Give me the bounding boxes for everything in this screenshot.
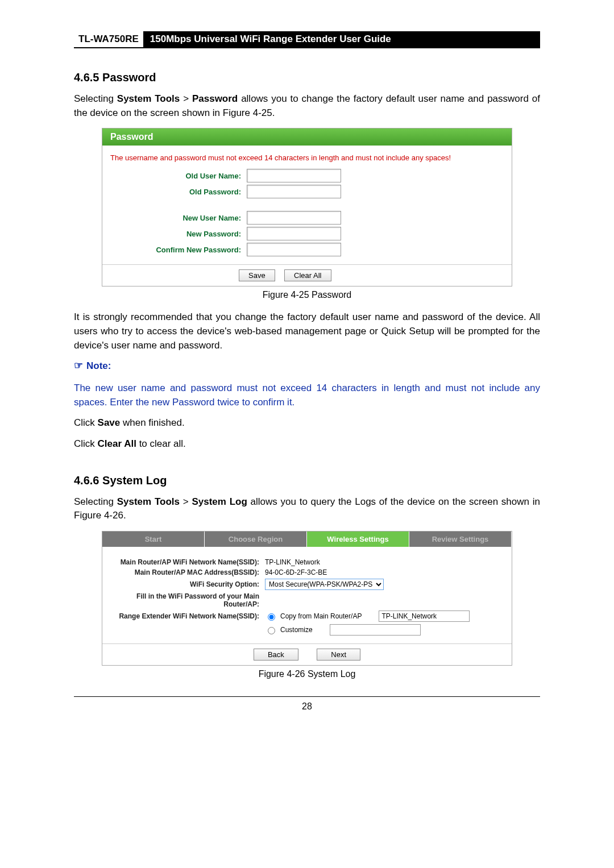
range-extender-ssid-input[interactable] — [379, 610, 470, 622]
radio-customize-label: Customize — [280, 626, 313, 634]
doc-title: 150Mbps Universal WiFi Range Extender Us… — [143, 31, 540, 47]
label-new-user: New User Name: — [110, 214, 247, 222]
text: when finished. — [120, 417, 184, 428]
label-wifi-password: Fill in the WiFi Password of your Main R… — [111, 592, 265, 608]
tab-review-settings[interactable]: Review Settings — [409, 531, 512, 547]
tab-choose-region[interactable]: Choose Region — [205, 531, 307, 547]
page-number: 28 — [74, 696, 540, 712]
label-range-extender-ssid: Range Extender WiFi Network Name(SSID): — [111, 612, 265, 620]
breadcrumb: System Tools — [117, 93, 180, 104]
text: Clear All — [98, 438, 136, 449]
tab-start[interactable]: Start — [102, 531, 205, 547]
text: Click — [74, 438, 98, 449]
label-bssid: Main Router/AP MAC Address(BSSID): — [111, 568, 265, 576]
value-main-ssid: TP-LINK_Network — [265, 558, 320, 566]
value-bssid: 94-0C-6D-2F-3C-BE — [265, 568, 327, 576]
breadcrumb: Password — [192, 93, 238, 104]
text: > — [180, 93, 192, 104]
security-option-select[interactable]: Most Secure(WPA-PSK/WPA2-PS — [265, 579, 384, 590]
old-pass-input[interactable] — [247, 185, 341, 198]
save-button[interactable]: Save — [239, 269, 275, 281]
radio-copy-label: Copy from Main Router/AP — [280, 612, 362, 620]
password-panel: Password The username and password must … — [102, 128, 512, 286]
syslog-intro: Selecting System Tools > System Log allo… — [74, 495, 540, 523]
doc-header: TL-WA750RE 150Mbps Universal WiFi Range … — [74, 31, 540, 48]
new-pass-input[interactable] — [247, 227, 341, 240]
password-recommendation: It is strongly recommended that you chan… — [74, 310, 540, 352]
label-old-user: Old User Name: — [110, 172, 247, 180]
customize-ssid-input[interactable] — [330, 624, 421, 636]
label-confirm-pass: Confirm New Password: — [110, 246, 247, 254]
note-body: The new user name and password must not … — [74, 381, 540, 409]
back-button[interactable]: Back — [254, 649, 298, 661]
text: to clear all. — [136, 438, 186, 449]
radio-copy-from-main[interactable] — [268, 613, 275, 621]
note-label: Note: — [86, 360, 111, 371]
wizard-panel: Start Choose Region Wireless Settings Re… — [102, 531, 512, 666]
old-user-input[interactable] — [247, 169, 341, 182]
model-label: TL-WA750RE — [74, 31, 143, 47]
confirm-pass-input[interactable] — [247, 243, 341, 256]
figure-caption-26: Figure 4-26 System Log — [74, 669, 540, 679]
text: Selecting — [74, 496, 117, 507]
figure-caption-25: Figure 4-25 Password — [74, 290, 540, 300]
text: Selecting — [74, 93, 117, 104]
tab-wireless-settings[interactable]: Wireless Settings — [307, 531, 409, 547]
label-security-option: WiFi Security Option: — [111, 580, 265, 588]
label-old-pass: Old Password: — [110, 188, 247, 196]
label-main-ssid: Main Router/AP WiFi Network Name(SSID): — [111, 558, 265, 566]
pointing-hand-icon: ☞ — [74, 360, 83, 371]
breadcrumb: System Log — [192, 496, 247, 507]
clear-all-button[interactable]: Clear All — [284, 269, 331, 281]
radio-customize[interactable] — [268, 627, 275, 634]
section-heading-password: 4.6.5 Password — [74, 71, 540, 84]
label-new-pass: New Password: — [110, 230, 247, 238]
new-user-input[interactable] — [247, 211, 341, 225]
text: Save — [98, 417, 121, 428]
password-warning: The username and password must not excee… — [110, 153, 504, 162]
text: > — [180, 496, 192, 507]
save-instruction: Click Save when finished. — [74, 416, 540, 430]
text: Click — [74, 417, 98, 428]
note-heading: ☞Note: — [74, 359, 540, 372]
clear-instruction: Click Clear All to clear all. — [74, 437, 540, 451]
section-heading-syslog: 4.6.6 System Log — [74, 474, 540, 487]
next-button[interactable]: Next — [317, 649, 360, 661]
panel-title: Password — [102, 128, 512, 146]
breadcrumb: System Tools — [117, 496, 180, 507]
password-intro: Selecting System Tools > Password allows… — [74, 92, 540, 120]
